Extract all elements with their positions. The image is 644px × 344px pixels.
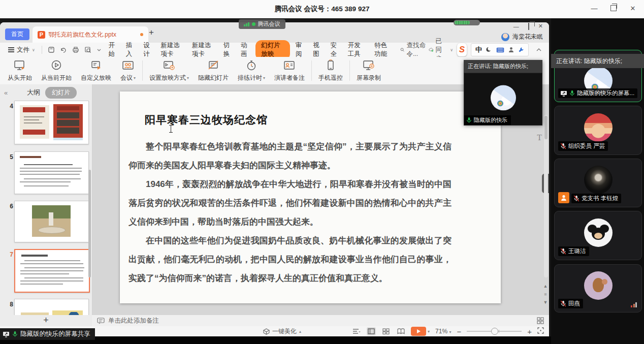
wps-restore-icon[interactable] bbox=[528, 23, 529, 29]
participant-tile[interactable]: 田燕 bbox=[554, 264, 642, 312]
slide-sorter-icon[interactable] bbox=[381, 327, 391, 335]
menu-item-devtools[interactable]: 开发工具 bbox=[344, 41, 371, 58]
new-tab-button[interactable]: + bbox=[146, 27, 156, 38]
save-icon[interactable] bbox=[48, 46, 55, 53]
menu-item-design[interactable]: 设计 bbox=[139, 41, 156, 58]
participant-tile[interactable]: 党支书 李钰煌 bbox=[554, 159, 642, 207]
slide-body-text[interactable]: 整个阳早寒春红色培训教育基地的主题是“坚定信仰”，主要展示了为共产主义信仰而来的… bbox=[128, 137, 452, 288]
menu-item-newtab2[interactable]: 新建选项卡 bbox=[188, 41, 219, 58]
tab-document[interactable]: P 鄂托克前旗红色文化.pptx bbox=[33, 26, 148, 43]
scroll-up-icon[interactable]: ▲ bbox=[543, 284, 548, 289]
slide-thumbnail-8[interactable] bbox=[14, 299, 89, 315]
speaker-notes-button[interactable]: 演讲者备注 bbox=[270, 58, 309, 84]
more-dropdown-icon[interactable] bbox=[96, 48, 102, 52]
outline-list-icon[interactable] bbox=[352, 328, 361, 334]
collapse-ribbon-icon[interactable] bbox=[533, 46, 545, 53]
minimize-icon[interactable]: — bbox=[590, 4, 598, 12]
menu-item-newtab1[interactable]: 新建选项卡 bbox=[156, 41, 188, 58]
from-current-button[interactable]: 从当前开始 bbox=[37, 58, 76, 84]
slide-thumbnail-6[interactable] bbox=[14, 201, 89, 242]
participant-tile[interactable]: 组织委员 严芸 bbox=[554, 106, 642, 155]
menu-file-label: 文件 bbox=[17, 46, 29, 54]
print-icon[interactable] bbox=[72, 46, 79, 53]
button-label: 从头开始 bbox=[8, 74, 32, 82]
fit-slide-icon[interactable] bbox=[537, 327, 544, 335]
phone-remote-button[interactable]: 手机遥控 bbox=[314, 58, 347, 84]
notes-bar[interactable]: 单击此处添加备注 bbox=[92, 315, 549, 327]
volume-capsule bbox=[454, 20, 480, 25]
from-beginning-button[interactable]: 从头开始 bbox=[3, 58, 37, 84]
notes-band: + 单击此处添加备注 bbox=[0, 315, 549, 326]
screen-share-icon bbox=[3, 331, 10, 337]
panel-collapse-icon[interactable]: « bbox=[0, 89, 12, 97]
zoom-in-button[interactable]: + bbox=[527, 327, 532, 336]
layout-grid-icon[interactable] bbox=[537, 317, 544, 324]
play-dropdown-icon[interactable]: ▾ bbox=[428, 329, 430, 334]
normal-view-icon[interactable] bbox=[367, 327, 376, 335]
prev-slide-icon[interactable]: ≡ bbox=[544, 292, 546, 297]
print-preview-icon[interactable] bbox=[84, 46, 91, 53]
meeting-status-pill[interactable]: 腾讯会议 bbox=[239, 19, 285, 29]
menu-item-security[interactable]: 安全 bbox=[326, 41, 343, 58]
speaker-overlay[interactable]: 正在讲话: 隐藏版的快乐; 隐藏版的快乐 bbox=[464, 60, 542, 124]
command-search[interactable]: 查找命令... bbox=[400, 41, 429, 58]
slide-title[interactable]: 阳早寒春三边牧场纪念馆 bbox=[145, 113, 268, 127]
participant-tile[interactable]: 王璐洁 bbox=[554, 211, 642, 260]
zoom-slider-knob[interactable] bbox=[491, 328, 498, 335]
beautify-button[interactable]: 一键美化 ▴ bbox=[263, 327, 301, 336]
custom-show-button[interactable]: 自定义放映 bbox=[76, 58, 116, 84]
tab-home[interactable]: 首页 bbox=[5, 28, 29, 40]
moon-icon[interactable] bbox=[486, 47, 492, 53]
menu-item-animation[interactable]: 动画 bbox=[237, 41, 254, 58]
button-label: 隐藏幻灯片 bbox=[198, 74, 229, 82]
person-icon[interactable] bbox=[508, 47, 514, 53]
menu-item-start[interactable]: 开始 bbox=[105, 41, 122, 58]
restore-icon[interactable] bbox=[609, 4, 618, 12]
participant-label: 田燕 bbox=[558, 299, 583, 308]
text-tool-icon[interactable]: T bbox=[537, 133, 542, 142]
slide-thumbnail-5[interactable] bbox=[14, 151, 89, 194]
current-slide[interactable]: 阳早寒春三边牧场纪念馆 整个阳早寒春红色培训教育基地的主题是“坚定信仰”，主要展… bbox=[120, 91, 501, 303]
ime-chinese-mode[interactable]: 中 bbox=[475, 45, 482, 54]
menu-item-transition[interactable]: 切换 bbox=[219, 41, 237, 58]
undo-icon[interactable] bbox=[60, 46, 67, 53]
speaker-name: 隐藏版的快乐 bbox=[474, 116, 507, 124]
menu-item-review[interactable]: 审阅 bbox=[292, 41, 309, 58]
zoom-slider[interactable] bbox=[467, 331, 522, 332]
meeting-button[interactable]: 会议▾ bbox=[116, 58, 140, 84]
participant-name: 组织委员 严芸 bbox=[568, 142, 605, 150]
slide-thumbnail-4[interactable] bbox=[14, 101, 89, 144]
wps-close-icon[interactable]: ✕ bbox=[538, 23, 543, 29]
play-slideshow-button[interactable] bbox=[411, 327, 426, 336]
wps-minimize-icon[interactable]: — bbox=[513, 23, 519, 29]
tab-slides[interactable]: 幻灯片 bbox=[45, 87, 77, 99]
slide-paragraph: 整个阳早寒春红色培训教育基地的主题是“坚定信仰”，主要展示了为共产主义信仰而来的… bbox=[128, 137, 452, 175]
canvas-scrollbar[interactable] bbox=[544, 115, 548, 277]
reading-view-icon[interactable] bbox=[396, 327, 405, 335]
keyboard-icon[interactable] bbox=[496, 47, 504, 53]
network-signal-icon bbox=[631, 302, 637, 307]
tab-outline[interactable]: 大纲 bbox=[27, 88, 40, 97]
wrench-icon[interactable] bbox=[518, 47, 524, 53]
setup-show-button[interactable]: 设置放映方式▾ bbox=[145, 58, 194, 84]
screen-share-badge[interactable]: 隐藏版的快乐的屏幕共享 bbox=[0, 328, 95, 340]
menu-item-insert[interactable]: 插入 bbox=[122, 41, 139, 58]
slide-thumbnail-7-selected[interactable] bbox=[14, 249, 90, 293]
slide-nav-arrows[interactable]: ▲ ≡ ▼ bbox=[542, 284, 549, 305]
rehearse-timing-button[interactable]: 排练计时▾ bbox=[233, 58, 270, 84]
zoom-level[interactable]: 71% ▾ bbox=[435, 328, 451, 335]
screen-record-button[interactable]: 屏幕录制 bbox=[352, 58, 385, 84]
hide-slide-button[interactable]: 隐藏幻灯片 bbox=[194, 58, 233, 84]
menu-item-features[interactable]: 特色功能 bbox=[370, 41, 397, 58]
sogou-ime-icon[interactable]: S bbox=[457, 43, 467, 56]
close-icon[interactable]: ✕ bbox=[629, 4, 637, 12]
menu-item-view[interactable]: 视图 bbox=[309, 41, 326, 58]
slide-paragraph: 1946年，轰轰烈烈的解放战争在中华大地进行，阳早和寒春并没有被当时的中国落后贫… bbox=[128, 175, 452, 231]
mic-on-icon bbox=[466, 117, 472, 123]
scroll-down-icon[interactable]: ▼ bbox=[543, 300, 548, 305]
zoom-out-button[interactable]: − bbox=[457, 327, 461, 336]
menu-file[interactable]: 文件 ∨ bbox=[4, 46, 39, 54]
participant-avatar bbox=[584, 271, 613, 300]
add-slide-button[interactable]: + bbox=[43, 315, 49, 325]
panel-scrollbar[interactable] bbox=[88, 170, 91, 277]
